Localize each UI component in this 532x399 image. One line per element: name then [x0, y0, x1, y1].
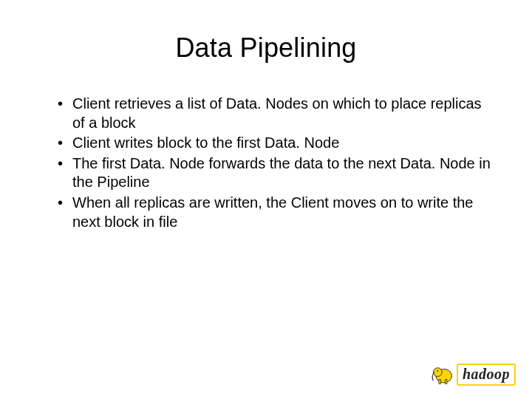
hadoop-logo: hadoop [430, 364, 516, 386]
svg-point-4 [437, 370, 438, 372]
svg-point-1 [433, 368, 442, 377]
slide-title: Data Pipelining [41, 33, 491, 64]
elephant-icon [430, 364, 455, 386]
list-item: The first Data. Node forwards the data t… [58, 154, 491, 192]
list-item: Client retrieves a list of Data. Nodes o… [58, 95, 491, 132]
logo-text: hadoop [457, 364, 516, 386]
svg-rect-2 [439, 380, 441, 384]
svg-rect-3 [445, 380, 447, 384]
bullet-list: Client retrieves a list of Data. Nodes o… [41, 95, 491, 231]
list-item: Client writes block to the first Data. N… [58, 134, 491, 153]
list-item: When all replicas are written, the Clien… [58, 194, 491, 231]
slide: Data Pipelining Client retrieves a list … [0, 0, 532, 399]
